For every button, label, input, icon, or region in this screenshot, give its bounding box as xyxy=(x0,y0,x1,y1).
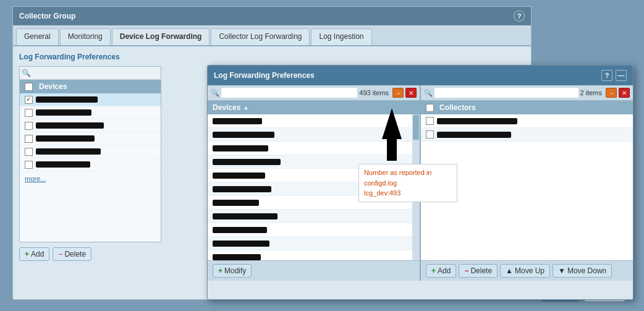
redacted-item xyxy=(213,227,267,233)
annotation-tooltip: Number as reported in configd.loglcg_dev… xyxy=(358,164,457,202)
right-search-icon: 🔍 xyxy=(424,89,433,97)
redacted-item xyxy=(213,254,261,260)
tab-collector-log-forwarding[interactable]: Collector Log Forwarding xyxy=(211,28,310,45)
right-pane-footer: + Add − Delete ▲ Move Up ▼ Move Down xyxy=(421,260,633,281)
modify-plus-icon: + xyxy=(218,266,222,275)
redacted-item xyxy=(213,213,278,219)
redacted-item xyxy=(213,132,274,138)
annotation-text-content: Number as reported in configd.loglcg_dev… xyxy=(364,169,431,197)
bg-add-button[interactable]: + Add xyxy=(19,247,49,261)
redacted-item xyxy=(213,200,259,206)
move-up-icon: ▲ xyxy=(506,266,513,275)
left-sort-arrow-icon[interactable]: ▲ xyxy=(243,104,248,111)
right-move-down-button[interactable]: ▼ Move Down xyxy=(553,264,612,278)
modify-label: Modify xyxy=(224,266,246,275)
left-clear-button[interactable]: ✕ xyxy=(405,88,417,98)
left-pane-footer: + Modify xyxy=(208,260,420,281)
right-item-count: 2 items xyxy=(580,89,602,96)
bg-devices-label: Devices xyxy=(39,82,67,91)
redacted-item xyxy=(213,241,269,247)
bg-list-panel: 🔍 Devices xyxy=(19,66,161,242)
move-down-icon: ▼ xyxy=(558,266,566,275)
bg-search-icon: 🔍 xyxy=(22,69,31,77)
redacted-item xyxy=(213,145,268,151)
right-move-up-label: Move Up xyxy=(515,266,544,275)
bg-list-row[interactable] xyxy=(20,93,161,106)
right-delete-label: Delete xyxy=(470,266,492,275)
right-move-down-label: Move Down xyxy=(567,266,606,275)
bg-tabs: General Monitoring Device Log Forwarding… xyxy=(13,25,531,46)
list-item[interactable] xyxy=(208,210,420,223)
dialog-minimize-button[interactable]: — xyxy=(616,70,627,81)
list-item[interactable] xyxy=(208,223,420,237)
right-add-label: Add xyxy=(438,266,451,275)
left-item-count: 493 items xyxy=(359,89,389,96)
bg-row-checkbox[interactable] xyxy=(25,109,33,117)
right-filter-button[interactable]: → xyxy=(606,88,617,98)
bg-row-checkbox[interactable] xyxy=(25,96,33,104)
bg-list-row[interactable] xyxy=(20,158,161,171)
right-clear-button[interactable]: ✕ xyxy=(619,88,630,98)
redacted-device-4 xyxy=(36,135,95,142)
annotation: Number as reported in configd.loglcg_dev… xyxy=(358,108,457,202)
bg-devices-list: more... xyxy=(20,93,161,242)
right-add-button[interactable]: + Add xyxy=(426,264,456,278)
annotation-arrow-head xyxy=(382,108,402,161)
tab-device-log-forwarding[interactable]: Device Log Forwarding xyxy=(112,28,210,45)
left-header-label: Devices xyxy=(213,103,240,112)
tab-general[interactable]: General xyxy=(16,28,59,45)
bg-section-title: Log Forwarding Preferences xyxy=(19,53,525,61)
more-link-container: more... xyxy=(20,171,161,186)
redacted-item xyxy=(213,118,262,124)
right-delete-button[interactable]: − Delete xyxy=(459,264,498,278)
bg-select-all-checkbox[interactable] xyxy=(25,83,33,91)
bg-delete-label: Delete xyxy=(64,250,86,258)
bg-add-label: Add xyxy=(31,250,44,258)
right-pane-search: 🔍 2 items → ✕ xyxy=(421,85,633,101)
redacted-item xyxy=(213,186,271,192)
dialog-title-icons: ? — xyxy=(601,70,627,81)
bg-panel-help-icon: ? xyxy=(514,11,525,22)
redacted-device-6 xyxy=(36,161,90,168)
left-modify-button[interactable]: + Modify xyxy=(213,264,252,278)
bg-search-input[interactable] xyxy=(33,69,159,77)
redacted-device-5 xyxy=(36,148,101,155)
bg-list-row[interactable] xyxy=(20,119,161,132)
dialog-title-bar: Log Forwarding Preferences ? — xyxy=(208,66,633,85)
bg-list-row[interactable] xyxy=(20,106,161,119)
redacted-device-2 xyxy=(36,109,91,116)
arrow-stem-icon xyxy=(387,139,397,161)
more-link[interactable]: more... xyxy=(25,175,46,182)
bg-list-row[interactable] xyxy=(20,132,161,145)
bg-panel-title: Collector Group ? xyxy=(13,7,531,25)
bg-list-search: 🔍 xyxy=(20,67,161,80)
bg-add-icon: + xyxy=(25,250,29,258)
bg-devices-header: Devices xyxy=(20,80,161,93)
bg-delete-button[interactable]: − Delete xyxy=(53,247,91,261)
left-search-icon: 🔍 xyxy=(211,89,219,97)
tab-log-ingestion[interactable]: Log Ingestion xyxy=(311,28,371,45)
bg-row-checkbox[interactable] xyxy=(25,148,33,156)
tab-monitoring[interactable]: Monitoring xyxy=(60,28,111,45)
bg-delete-icon: − xyxy=(58,250,62,258)
dialog-title-text: Log Forwarding Preferences xyxy=(214,71,315,80)
bg-row-checkbox[interactable] xyxy=(25,161,33,169)
left-filter-button[interactable]: → xyxy=(392,88,404,98)
left-pane-search: 🔍 493 items → ✕ xyxy=(208,85,420,101)
list-item[interactable] xyxy=(208,237,420,250)
annotation-arrow-group: Number as reported in configd.loglcg_dev… xyxy=(358,108,457,202)
redacted-item xyxy=(213,173,265,179)
redacted-device-3 xyxy=(36,122,104,129)
redacted-item xyxy=(213,159,281,165)
right-move-up-button[interactable]: ▲ Move Up xyxy=(500,264,550,278)
right-search-input[interactable] xyxy=(434,88,578,98)
dialog-help-button[interactable]: ? xyxy=(601,70,612,81)
left-search-input[interactable] xyxy=(221,88,357,98)
bg-row-checkbox[interactable] xyxy=(25,135,33,143)
bg-row-checkbox[interactable] xyxy=(25,122,33,130)
right-delete-icon: − xyxy=(464,266,468,275)
right-add-icon: + xyxy=(431,266,436,275)
redacted-device-1 xyxy=(36,96,98,103)
bg-list-row[interactable] xyxy=(20,145,161,158)
list-item[interactable] xyxy=(208,250,420,260)
